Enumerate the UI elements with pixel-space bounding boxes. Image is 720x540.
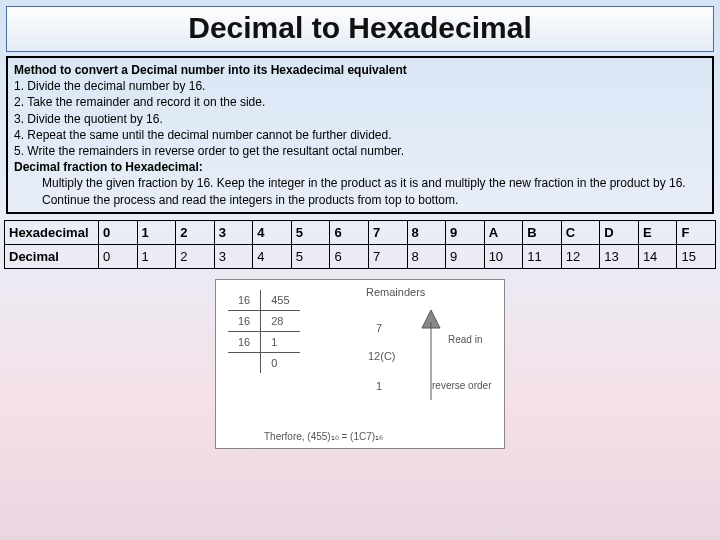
row-label: Decimal — [5, 244, 99, 268]
divisor-cell: 16 — [228, 310, 261, 331]
hex-cell: 5 — [291, 220, 330, 244]
dec-cell: 10 — [484, 244, 523, 268]
table-row: Decimal 0 1 2 3 4 5 6 7 8 9 10 11 12 13 … — [5, 244, 716, 268]
hex-table-wrap: Hexadecimal 0 1 2 3 4 5 6 7 8 9 A B C D … — [4, 220, 716, 269]
dec-cell: 13 — [600, 244, 639, 268]
dec-cell: 14 — [638, 244, 677, 268]
remainder-value: 7 — [376, 322, 382, 334]
hex-cell: E — [638, 220, 677, 244]
dec-cell: 1 — [137, 244, 176, 268]
hex-cell: 1 — [137, 220, 176, 244]
method-step: 1. Divide the decimal number by 16. — [14, 79, 205, 93]
divisor-cell: 16 — [228, 331, 261, 352]
method-step: 3. Divide the quotient by 16. — [14, 112, 163, 126]
title-box: Decimal to Hexadecimal — [6, 6, 714, 52]
hex-cell: 4 — [253, 220, 292, 244]
hex-cell: 0 — [99, 220, 138, 244]
hex-cell: 9 — [446, 220, 485, 244]
method-box: Method to convert a Decimal number into … — [6, 56, 714, 214]
row-label: Hexadecimal — [5, 220, 99, 244]
division-diagram: 16455 1628 161 0 Remainders 7 12(C) 1 Re… — [215, 279, 505, 449]
remainders-label: Remainders — [366, 286, 425, 298]
divisor-cell: 16 — [228, 290, 261, 311]
read-in-label: Read in — [448, 334, 482, 345]
dec-cell: 3 — [214, 244, 253, 268]
method-step: 5. Write the remainders in reverse order… — [14, 144, 404, 158]
hex-cell: C — [561, 220, 600, 244]
hex-cell: A — [484, 220, 523, 244]
hex-cell: 8 — [407, 220, 446, 244]
dec-cell: 4 — [253, 244, 292, 268]
page-title: Decimal to Hexadecimal — [7, 11, 713, 45]
dec-cell: 8 — [407, 244, 446, 268]
hex-cell: 6 — [330, 220, 369, 244]
hex-cell: F — [677, 220, 716, 244]
hex-cell: B — [523, 220, 562, 244]
hex-cell: 3 — [214, 220, 253, 244]
method-step: 2. Take the remainder and record it on t… — [14, 95, 265, 109]
table-row: Hexadecimal 0 1 2 3 4 5 6 7 8 9 A B C D … — [5, 220, 716, 244]
division-steps-table: 16455 1628 161 0 — [228, 290, 300, 373]
dec-cell: 15 — [677, 244, 716, 268]
hex-cell: 7 — [368, 220, 407, 244]
fraction-heading: Decimal fraction to Hexadecimal: — [14, 160, 203, 174]
dec-cell: 6 — [330, 244, 369, 268]
method-heading: Method to convert a Decimal number into … — [14, 63, 407, 77]
fraction-body: Multiply the given fraction by 16. Keep … — [14, 175, 706, 207]
remainder-value: 12(C) — [368, 350, 396, 362]
hex-cell: D — [600, 220, 639, 244]
method-step: 4. Repeat the same until the decimal num… — [14, 128, 392, 142]
dec-cell: 12 — [561, 244, 600, 268]
dec-cell: 2 — [176, 244, 215, 268]
quotient-cell: 0 — [261, 352, 300, 373]
quotient-cell: 455 — [261, 290, 300, 311]
quotient-cell: 1 — [261, 331, 300, 352]
hex-dec-table: Hexadecimal 0 1 2 3 4 5 6 7 8 9 A B C D … — [4, 220, 716, 269]
quotient-cell: 28 — [261, 310, 300, 331]
hex-cell: 2 — [176, 220, 215, 244]
conclusion-text: Therfore, (455)₁₀ = (1C7)₁₆ — [264, 431, 383, 442]
dec-cell: 5 — [291, 244, 330, 268]
dec-cell: 9 — [446, 244, 485, 268]
dec-cell: 7 — [368, 244, 407, 268]
remainder-value: 1 — [376, 380, 382, 392]
dec-cell: 0 — [99, 244, 138, 268]
dec-cell: 11 — [523, 244, 562, 268]
reverse-order-label: reverse order — [432, 380, 491, 391]
